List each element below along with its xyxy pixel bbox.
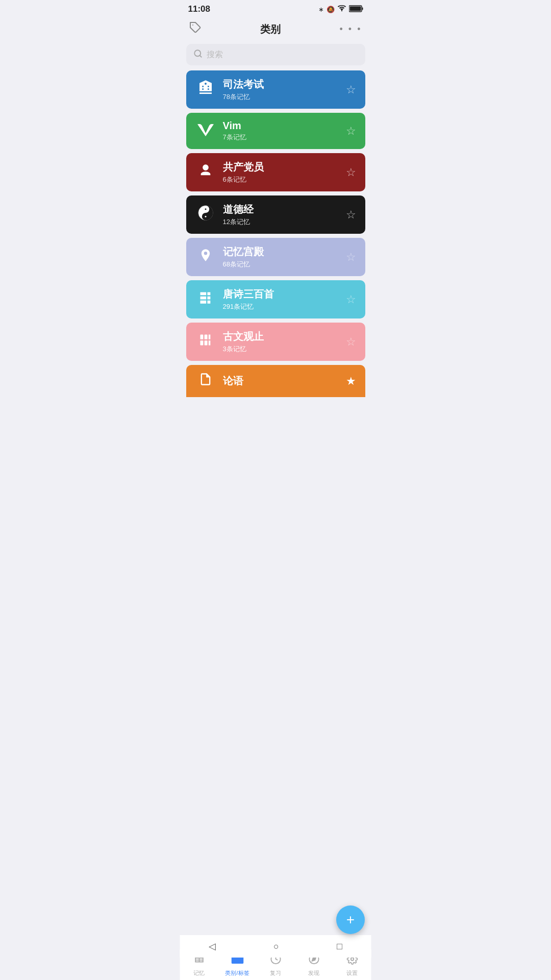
svg-point-10	[205, 216, 206, 217]
star-icon-2[interactable]: ☆	[346, 125, 356, 138]
star-icon-4[interactable]: ☆	[346, 208, 356, 222]
search-icon	[193, 49, 203, 60]
star-icon-6[interactable]: ☆	[346, 293, 356, 306]
location-icon	[195, 248, 216, 266]
category-name-7: 古文观止	[223, 330, 346, 344]
star-icon-3[interactable]: ☆	[346, 166, 356, 179]
svg-point-9	[205, 208, 206, 210]
back-button[interactable]: ◁	[209, 941, 216, 952]
category-name-8: 论语	[223, 374, 346, 388]
battery-icon	[349, 5, 363, 14]
category-name-6: 唐诗三百首	[223, 287, 346, 301]
category-item-7[interactable]: 古文观止 3条记忆 ☆	[186, 323, 365, 361]
person-icon	[195, 163, 216, 181]
add-category-button[interactable]: +	[336, 905, 365, 934]
category-item-6[interactable]: 唐诗三百首 291条记忆 ☆	[186, 280, 365, 318]
wifi-icon	[337, 5, 346, 14]
status-icons: ∗ 🔕	[318, 5, 363, 14]
category-count-4: 12条记忆	[223, 217, 346, 227]
category-item-8[interactable]: 论语 ★	[186, 365, 365, 397]
category-item-5[interactable]: 记忆宫殿 68条记忆 ☆	[186, 238, 365, 276]
category-count-6: 291条记忆	[223, 302, 346, 311]
bluetooth-icon: ∗	[318, 6, 324, 13]
silent-icon: 🔕	[327, 6, 335, 13]
svg-rect-12	[204, 335, 207, 339]
category-name-3: 共产党员	[223, 160, 346, 174]
search-bar[interactable]: 搜索	[186, 44, 365, 65]
svg-rect-2	[362, 7, 363, 10]
svg-line-5	[199, 55, 201, 57]
svg-rect-1	[349, 6, 361, 11]
category-count-2: 7条记忆	[223, 133, 346, 142]
category-item-3[interactable]: 共产党员 6条记忆 ☆	[186, 153, 365, 191]
category-item-4[interactable]: 道德经 12条记忆 ☆	[186, 195, 365, 234]
system-navigation: ◁ ○ □	[180, 935, 371, 958]
category-count-5: 68条记忆	[223, 260, 346, 269]
building-icon	[195, 80, 216, 100]
search-placeholder: 搜索	[207, 50, 223, 60]
status-time: 11:08	[188, 4, 210, 14]
page-title: 类别	[260, 22, 281, 36]
home-button[interactable]: ○	[273, 941, 279, 952]
svg-point-18	[350, 958, 354, 961]
document-icon	[195, 372, 216, 390]
nav-settings-label: 设置	[346, 969, 358, 977]
category-item-2[interactable]: Vim 7条记忆 ☆	[186, 113, 365, 149]
star-icon-5[interactable]: ☆	[346, 251, 356, 264]
category-list: 司法考试 78条记忆 ☆ Vim 7条记忆 ☆ 共产党员 6条记忆 ☆	[180, 70, 371, 397]
star-icon-1[interactable]: ☆	[346, 83, 356, 96]
category-name-4: 道德经	[223, 203, 346, 216]
category-name-1: 司法考试	[223, 78, 346, 91]
plus-icon: +	[346, 913, 355, 927]
svg-rect-14	[204, 340, 207, 345]
nav-review-label: 复习	[270, 969, 281, 977]
recent-button[interactable]: □	[337, 941, 342, 952]
svg-rect-11	[200, 335, 203, 339]
nav-category-label: 类别/标签	[225, 969, 249, 977]
yinyang-icon	[195, 205, 216, 224]
category-count-1: 78条记忆	[223, 92, 346, 102]
more-options-button[interactable]: • • •	[340, 24, 362, 35]
header: 类别 • • •	[180, 17, 371, 44]
svg-marker-17	[312, 957, 316, 961]
category-count-3: 6条记忆	[223, 175, 346, 184]
tag-icon[interactable]	[189, 21, 202, 37]
star-icon-8[interactable]: ★	[346, 375, 356, 388]
category-name-2: Vim	[223, 120, 346, 132]
grid-icon	[195, 290, 216, 308]
star-icon-7[interactable]: ☆	[346, 335, 356, 349]
category-name-5: 记忆宫殿	[223, 245, 346, 259]
category-count-7: 3条记忆	[223, 345, 346, 354]
status-bar: 11:08 ∗ 🔕	[180, 0, 371, 17]
nav-discover-label: 发现	[308, 969, 319, 977]
vimeo-icon	[195, 122, 216, 140]
svg-rect-13	[200, 340, 203, 345]
nav-memory-label: 记忆	[193, 969, 205, 977]
category-item-1[interactable]: 司法考试 78条记忆 ☆	[186, 70, 365, 109]
media-icon	[195, 333, 216, 351]
